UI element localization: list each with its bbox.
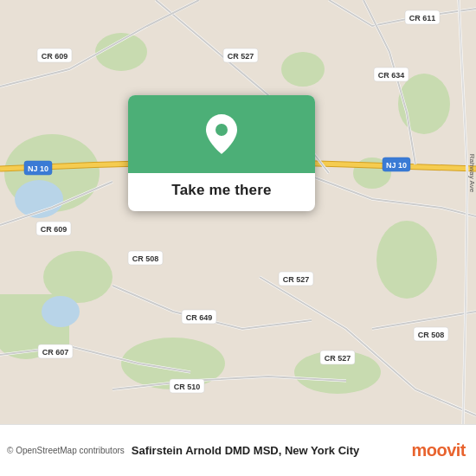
svg-point-7 [376,221,437,299]
svg-point-9 [281,52,325,87]
svg-point-13 [42,296,80,327]
moovit-logo: moovit [411,441,466,460]
map-background: CR 609 CR 611 CR 527 CR 634 NJ 10 NJ 10 … [0,0,476,424]
moovit-brand-text: moovit [411,441,466,460]
svg-text:CR 508: CR 508 [418,331,445,339]
svg-text:CR 607: CR 607 [42,348,69,357]
svg-text:CR 510: CR 510 [174,383,201,391]
svg-point-43 [215,124,228,136]
svg-text:NJ 10: NJ 10 [28,164,48,173]
location-pin-icon [206,114,237,154]
svg-text:CR 527: CR 527 [325,354,351,363]
svg-point-8 [398,74,450,134]
map-attribution: © OpenStreetMap contributors [7,446,125,455]
popup-button-area[interactable]: Take me there [128,173,315,211]
svg-rect-0 [0,0,476,424]
popup-card: Take me there [128,95,315,211]
svg-text:Rahway Ave: Rahway Ave [468,154,476,193]
svg-text:CR 609: CR 609 [41,225,68,234]
place-name: Safirstein Arnold DMD MSD, New York City [132,444,412,457]
svg-text:NJ 10: NJ 10 [386,161,407,170]
svg-text:CR 649: CR 649 [186,313,213,322]
svg-text:CR 609: CR 609 [42,52,68,61]
take-me-there-button[interactable]: Take me there [171,182,271,199]
svg-text:CR 634: CR 634 [378,71,405,80]
popup-map-preview [128,95,315,173]
svg-text:CR 527: CR 527 [283,275,310,284]
bottom-bar: © OpenStreetMap contributors Safirstein … [0,424,476,476]
map-container: CR 609 CR 611 CR 527 CR 634 NJ 10 NJ 10 … [0,0,476,424]
svg-text:CR 527: CR 527 [228,52,254,61]
svg-text:CR 611: CR 611 [409,14,436,23]
svg-text:CR 508: CR 508 [132,254,159,263]
